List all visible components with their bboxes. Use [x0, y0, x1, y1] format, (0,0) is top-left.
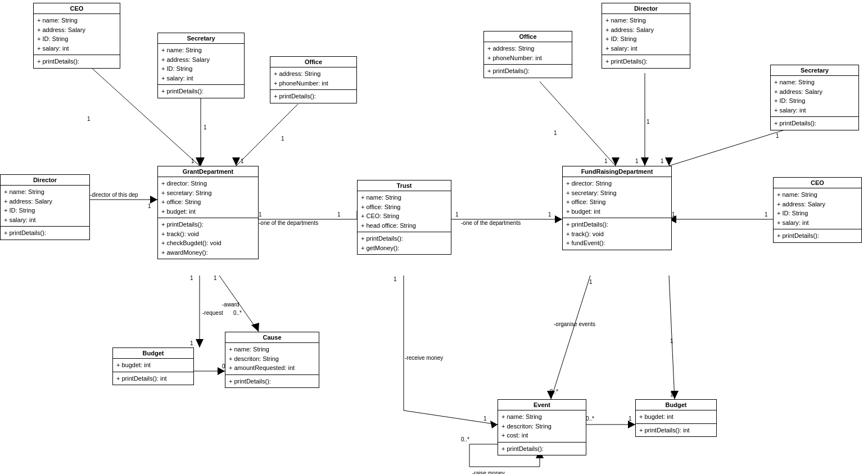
svg-text:1: 1 — [604, 158, 608, 164]
grant-dept-attrs: + director: String + secretary: String +… — [158, 177, 258, 218]
cause-title: Cause — [225, 332, 319, 343]
svg-text:1: 1 — [214, 275, 217, 281]
svg-marker-47 — [547, 391, 555, 399]
svg-text:-receive money: -receive money — [405, 355, 443, 361]
event-methods: + printDetails(): — [498, 443, 586, 455]
budget-left-class: Budget + bugdet: int + printDetails(): i… — [112, 347, 194, 385]
ceo-left-title: CEO — [34, 3, 120, 14]
svg-text:-one of the departments: -one of the departments — [259, 220, 318, 226]
diagram: 1 1 1 1 1 -director of this dep 1 1 1 1 … — [0, 0, 868, 474]
svg-marker-76 — [665, 157, 673, 166]
svg-line-59 — [669, 276, 675, 399]
secretary-right-class: Secretary + name: String + address: Sala… — [770, 65, 859, 130]
svg-text:1: 1 — [190, 340, 193, 346]
office-left-title: Office — [270, 57, 356, 67]
trust-title: Trust — [358, 180, 451, 191]
secretary-left-methods: + printDetails(): — [158, 85, 244, 98]
svg-line-46 — [551, 276, 590, 399]
office-right-title: Office — [484, 31, 572, 42]
svg-text:1: 1 — [191, 158, 195, 164]
svg-text:1: 1 — [259, 211, 262, 218]
director-left-methods: + printDetails(): — [1, 227, 89, 240]
cause-methods: + printDetails(): — [225, 375, 319, 388]
svg-text:1: 1 — [337, 211, 341, 218]
svg-text:1: 1 — [589, 279, 593, 285]
office-left-class: Office + address: String + phoneNumber: … — [270, 56, 357, 103]
secretary-left-title: Secretary — [158, 33, 244, 44]
svg-marker-12 — [150, 196, 157, 204]
grant-dept-class: GrantDepartment + director: String + sec… — [157, 166, 259, 259]
ceo-right-class: CEO + name: String + address: Salary + I… — [773, 177, 862, 243]
budget-left-title: Budget — [113, 348, 193, 359]
secretary-right-attrs: + name: String + address: Salary + ID: S… — [771, 76, 858, 117]
ceo-left-class: CEO + name: String + address: Salary + I… — [33, 3, 120, 69]
svg-text:1: 1 — [661, 158, 664, 164]
director-left-attrs: + name: String + address: Salary + ID: S… — [1, 186, 89, 227]
event-attrs: + name: String + descriton: String + cos… — [498, 410, 586, 443]
svg-text:1: 1 — [647, 119, 650, 125]
svg-marker-68 — [612, 157, 620, 166]
ceo-right-title: CEO — [774, 178, 861, 188]
svg-text:1: 1 — [776, 133, 779, 139]
office-right-class: Office + address: String + phoneNumber: … — [483, 31, 572, 78]
director-left-title: Director — [1, 175, 89, 186]
svg-text:-director of this dep: -director of this dep — [90, 192, 138, 198]
svg-text:-request: -request — [202, 310, 223, 316]
fund-dept-methods: + printDetails(): + track(): void + fund… — [563, 218, 671, 250]
svg-text:1: 1 — [670, 338, 673, 344]
svg-marker-42 — [490, 421, 498, 428]
trust-attrs: + name: String + office: String + CEO: S… — [358, 191, 451, 232]
secretary-left-attrs: + name: String + address: Salary + ID: S… — [158, 44, 244, 85]
svg-text:1: 1 — [455, 211, 459, 218]
fund-dept-title: FundRaisingDepartment — [563, 166, 671, 177]
secretary-right-methods: + printDetails(): — [771, 117, 858, 130]
svg-text:1: 1 — [281, 136, 284, 142]
budget-left-methods: + printDetails(): int — [113, 372, 193, 385]
svg-text:1: 1 — [548, 211, 551, 218]
svg-marker-4 — [197, 157, 205, 166]
svg-text:1: 1 — [394, 276, 397, 282]
cause-class: Cause + name: String + descriton: String… — [225, 332, 319, 388]
ceo-left-methods: + printDetails(): — [34, 55, 120, 68]
trust-methods: + printDetails(): + getMoney(): — [358, 232, 451, 254]
office-right-attrs: + address: String + phoneNumber: int — [484, 42, 572, 65]
svg-marker-8 — [232, 157, 240, 166]
svg-text:1: 1 — [148, 203, 151, 209]
svg-marker-72 — [641, 157, 649, 166]
event-class: Event + name: String + descriton: String… — [498, 399, 586, 455]
office-right-methods: + printDetails(): — [484, 65, 572, 78]
secretary-left-class: Secretary + name: String + address: Sala… — [157, 33, 245, 98]
svg-line-35 — [219, 276, 259, 332]
budget-right-title: Budget — [636, 400, 716, 410]
svg-text:1: 1 — [670, 391, 673, 398]
svg-marker-64 — [628, 421, 635, 428]
svg-marker-60 — [671, 391, 679, 399]
svg-line-41 — [404, 410, 498, 425]
svg-marker-22 — [555, 215, 562, 223]
trust-class: Trust + name: String + office: String + … — [357, 180, 451, 255]
svg-text:1: 1 — [87, 116, 91, 122]
svg-text:-raise money: -raise money — [472, 470, 505, 474]
svg-marker-32 — [218, 367, 225, 375]
budget-right-attrs: + bugdet: int — [636, 410, 716, 424]
director-right-title: Director — [602, 3, 690, 14]
grant-dept-methods: + printDetails(): + track(): void + chec… — [158, 218, 258, 259]
svg-text:1: 1 — [554, 130, 557, 136]
svg-text:1: 1 — [483, 416, 487, 422]
grant-dept-title: GrantDepartment — [158, 166, 258, 177]
cause-attrs: + name: String + descriton: String + amo… — [225, 343, 319, 375]
ceo-right-methods: + printDetails(): — [774, 229, 861, 242]
svg-text:0..*: 0..* — [233, 310, 242, 316]
svg-line-7 — [236, 104, 298, 166]
ceo-left-attrs: + name: String + address: Salary + ID: S… — [34, 14, 120, 55]
budget-right-class: Budget + bugdet: int + printDetails(): i… — [635, 399, 717, 437]
svg-text:1: 1 — [204, 124, 207, 130]
ceo-right-attrs: + name: String + address: Salary + ID: S… — [774, 188, 861, 229]
director-right-attrs: + name: String + address: Salary + ID: S… — [602, 14, 690, 55]
budget-left-attrs: + bugdet: int — [113, 359, 193, 372]
svg-text:-organise events: -organise events — [554, 321, 595, 327]
director-right-methods: + printDetails(): — [602, 55, 690, 68]
svg-text:0..*: 0..* — [461, 436, 469, 443]
director-right-class: Director + name: String + address: Salar… — [602, 3, 690, 69]
office-left-attrs: + address: String + phoneNumber: int — [270, 67, 356, 90]
